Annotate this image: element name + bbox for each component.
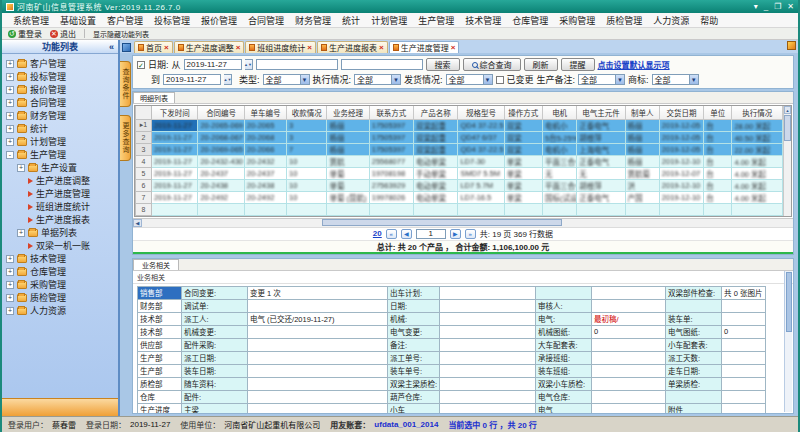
tree-expander-icon[interactable]: + (6, 60, 14, 68)
tree-expander-icon[interactable]: + (6, 86, 14, 94)
tree-expander-icon[interactable]: - (6, 151, 14, 159)
table-row[interactable]: ▸12019-11-2720-2065-06920-20653杨丽1750539… (136, 119, 783, 131)
tree-expander-icon[interactable]: + (17, 164, 25, 172)
tree-expander-icon[interactable]: + (6, 255, 14, 263)
dept-cell[interactable]: 质检部 (138, 377, 182, 390)
date-checkbox[interactable]: ✓ (137, 61, 145, 69)
table-row[interactable]: 42019-11-2720-2432-43020-243210贾航2556807… (136, 155, 783, 167)
menu-item-7[interactable]: 统计 (337, 13, 365, 28)
tree-expander-icon[interactable]: + (17, 229, 25, 237)
filter-text-input-2[interactable] (341, 59, 423, 70)
column-header-业务经理[interactable]: 业务经理 (327, 106, 369, 119)
column-header-交货日期[interactable]: 交货日期 (659, 106, 703, 119)
tree-item-采购管理[interactable]: +采购管理 (4, 278, 118, 291)
menu-item-15[interactable]: 帮助 (695, 13, 723, 28)
date-to-input[interactable]: 2019-11-27 (163, 74, 221, 85)
close-icon[interactable]: ✕ (787, 2, 794, 11)
column-header-单车编号[interactable]: 单车编号 (244, 106, 286, 119)
column-header-产品名称[interactable]: 产品名称 (414, 106, 458, 119)
changed-checkbox[interactable] (496, 76, 504, 84)
menu-item-6[interactable]: 财务管理 (290, 13, 336, 28)
business-tab[interactable]: 业务相关 (133, 259, 179, 270)
menu-item-12[interactable]: 采购管理 (554, 13, 600, 28)
tabstrip-home-icon[interactable] (122, 43, 131, 52)
tree-expander-icon[interactable]: + (6, 99, 14, 107)
tree-expander-icon[interactable]: + (6, 138, 14, 146)
column-header-执行情况[interactable]: 执行情况 (732, 106, 783, 119)
menu-item-9[interactable]: 生产管理 (413, 13, 459, 28)
dept-cell[interactable]: 仓库 (138, 390, 182, 403)
menu-item-1[interactable]: 基础设置 (55, 13, 101, 28)
tab-生产进度管理[interactable]: 生产进度管理× (389, 41, 460, 53)
tab-close-icon[interactable]: × (451, 44, 456, 52)
restore-icon[interactable]: ❐ (774, 2, 781, 11)
scroll-left-icon[interactable]: ◀ (133, 219, 142, 227)
tab-首页[interactable]: 首页× (134, 41, 173, 53)
tree-expander-icon[interactable]: + (6, 307, 14, 315)
vertical-tab-query[interactable]: 查询条件 (120, 61, 131, 107)
remind-button[interactable]: 提醒 (561, 58, 595, 71)
tree-item-生产进度报表[interactable]: 生产进度报表 (4, 213, 118, 226)
prod-note-select[interactable]: 全部▼ (578, 74, 625, 85)
tree-item-技术管理[interactable]: +技术管理 (4, 252, 118, 265)
tree-item-客户管理[interactable]: +客户管理 (4, 57, 118, 70)
table-row[interactable]: 32019-11-2720-2069-06520-20667杨丽17505397… (136, 143, 783, 155)
menu-item-5[interactable]: 合同管理 (243, 13, 289, 28)
menu-item-0[interactable]: 系统管理 (8, 13, 54, 28)
column-header-下发时间[interactable]: 下发时间 (152, 106, 198, 119)
tab-生产进度报表[interactable]: 生产进度报表× (317, 41, 388, 53)
scroll-up-icon[interactable]: ▲ (784, 106, 791, 114)
tree-item-生产设置[interactable]: +生产设置 (4, 161, 118, 174)
last-page-button[interactable]: » (465, 229, 476, 239)
tree-item-生产管理[interactable]: -生产管理 (4, 148, 118, 161)
tree-item-生产进度调整[interactable]: 生产进度调整 (4, 174, 118, 187)
dept-cell[interactable]: 销售部 (138, 286, 182, 299)
display-settings-link[interactable]: 点击设置默认显示项 (598, 59, 670, 70)
tree-item-质检管理[interactable]: +质检管理 (4, 291, 118, 304)
tab-生产进度调整[interactable]: 生产进度调整× (174, 41, 245, 53)
dept-cell[interactable]: 技术部 (138, 312, 182, 325)
ship-select[interactable]: 全部▼ (446, 74, 493, 85)
table-row[interactable]: 22019-11-2720-2068-06720-20683杨丽17505397… (136, 131, 783, 143)
column-header-收款情况[interactable]: 收款情况 (287, 106, 327, 119)
menu-item-11[interactable]: 仓库管理 (507, 13, 553, 28)
dept-cell[interactable]: 技术部 (138, 325, 182, 338)
tree-expander-icon[interactable]: + (6, 294, 14, 302)
vertical-tab-more[interactable]: 更多查询 (120, 115, 131, 161)
column-header-联系方式[interactable]: 联系方式 (369, 106, 413, 119)
dept-cell[interactable]: 生产进度 (138, 403, 182, 413)
tree-item-人力资源[interactable]: +人力资源 (4, 304, 118, 317)
detail-hscrollbar[interactable]: ◀ (133, 218, 793, 227)
combined-query-button[interactable]: 综合查询 (463, 58, 521, 71)
menu-item-4[interactable]: 报价管理 (196, 13, 242, 28)
tree-item-双梁一机一账[interactable]: 双梁一机一账 (4, 239, 118, 252)
tree-item-仓库管理[interactable]: +仓库管理 (4, 265, 118, 278)
type-select[interactable]: 全部▼ (263, 74, 310, 85)
tab-close-icon[interactable]: × (236, 44, 241, 52)
column-header-单位[interactable]: 单位 (704, 106, 732, 119)
menu-item-2[interactable]: 客户管理 (102, 13, 148, 28)
scroll-thumb[interactable] (322, 219, 562, 226)
collapse-icon[interactable]: « (109, 42, 114, 52)
column-header-制单人[interactable]: 制单人 (625, 106, 659, 119)
table-row[interactable]: 62019-11-2720-243820-243810单菊27563929电动单… (136, 179, 783, 191)
tree-expander-icon[interactable]: + (6, 281, 14, 289)
dept-cell[interactable]: 生产部 (138, 351, 182, 364)
tree-expander-icon[interactable]: + (6, 73, 14, 81)
dept-cell[interactable]: 财务部 (138, 299, 182, 312)
page-size-link[interactable]: 20 (373, 229, 382, 238)
prev-page-button[interactable]: ◀ (401, 229, 412, 239)
page-number-input[interactable]: 1 (416, 229, 446, 239)
column-header-合同编号[interactable]: 合同编号 (198, 106, 244, 119)
scroll-thumb[interactable] (784, 115, 791, 141)
menu-item-14[interactable]: 人力资源 (648, 13, 694, 28)
toggle-nav-button[interactable]: 显示隐藏功能列表 (91, 29, 151, 39)
tab-班组进度统计[interactable]: 班组进度统计× (245, 41, 316, 53)
scroll-thumb[interactable] (786, 272, 792, 332)
date-to-spinner[interactable]: ▲▼ (224, 74, 232, 85)
date-from-spinner[interactable]: ▲▼ (245, 59, 253, 70)
tree-item-财务管理[interactable]: +财务管理 (4, 109, 118, 122)
column-header-电机[interactable]: 电机 (543, 106, 577, 119)
pin-icon[interactable]: ▾ (754, 2, 758, 11)
column-header-规格型号[interactable]: 规格型号 (458, 106, 504, 119)
